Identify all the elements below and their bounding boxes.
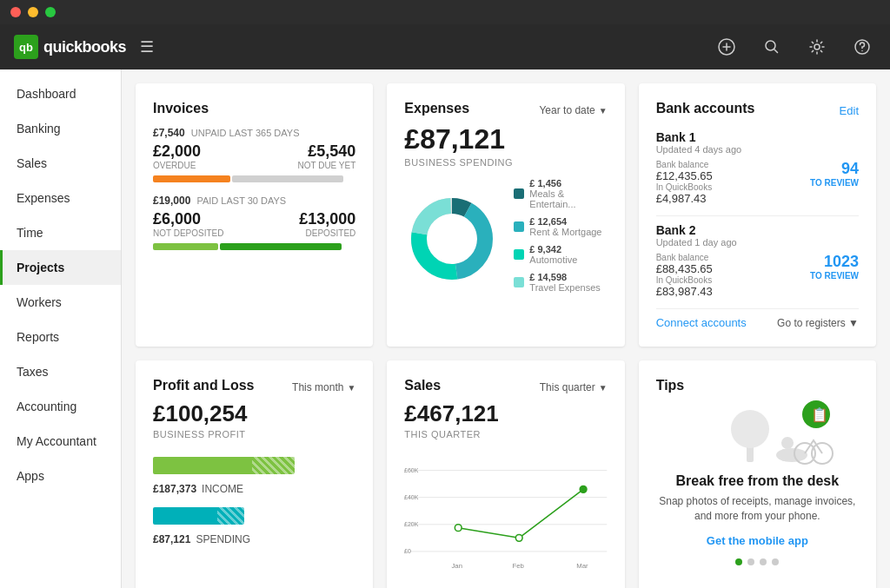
tips-illustration: 📋 — [656, 397, 859, 466]
expenses-card: Expenses Year to date ▼ £87,121 BUSINESS… — [387, 83, 624, 347]
pnl-header: Profit and Loss This month ▼ — [153, 378, 355, 397]
svg-text:Feb: Feb — [513, 562, 524, 570]
sidebar-item-taxes[interactable]: Taxes — [0, 354, 121, 389]
sidebar-item-workers[interactable]: Workers — [0, 285, 121, 320]
income-bar-row — [153, 457, 355, 474]
sidebar-item-time[interactable]: Time — [0, 215, 121, 250]
deposited-bar — [220, 243, 342, 250]
svg-point-22 — [516, 534, 523, 541]
bank1-balance-col: Bank balance £12,435.65 In QuickBooks £4… — [656, 160, 713, 205]
legend-color-auto — [514, 249, 524, 260]
sales-period-selector[interactable]: This quarter ▼ — [540, 381, 608, 393]
logo-icon: qb — [14, 35, 38, 59]
expenses-donut — [404, 191, 500, 287]
sidebar-item-accounting[interactable]: Accounting — [0, 389, 121, 424]
notdeposited-bar — [153, 243, 218, 250]
pnl-title: Profit and Loss — [153, 378, 254, 393]
invoices-card: Invoices £7,540 UNPAID LAST 365 DAYS £2,… — [136, 83, 373, 347]
sidebar: Dashboard Banking Sales Expenses Time Pr… — [0, 69, 122, 588]
bank1-name: Bank 1 — [656, 130, 859, 144]
add-icon[interactable] — [713, 33, 741, 61]
overdue-label: OVERDUE — [153, 161, 201, 170]
sales-chart: £60K £40K £20K £0 Jan Feb Mar — [404, 448, 607, 587]
maximize-button[interactable] — [45, 7, 56, 17]
connect-accounts-link[interactable]: Connect accounts — [656, 316, 747, 329]
chevron-down-icon: ▼ — [599, 383, 608, 393]
hamburger-icon[interactable]: ☰ — [140, 37, 154, 56]
unpaid-label: £7,540 UNPAID LAST 365 DAYS — [153, 127, 355, 139]
overdue-amount: £2,000 — [153, 142, 201, 161]
bank-footer: Connect accounts Go to registers ▼ — [656, 316, 859, 329]
sales-card: Sales This quarter ▼ £467,121 THIS QUART… — [387, 360, 624, 588]
svg-point-23 — [581, 486, 588, 492]
invoices-title: Invoices — [153, 101, 355, 116]
sidebar-item-sales[interactable]: Sales — [0, 146, 121, 181]
income-bar — [153, 457, 295, 474]
sales-amount: £467,121 — [404, 400, 607, 427]
close-button[interactable] — [10, 7, 21, 17]
dot-4 — [772, 558, 779, 565]
help-icon[interactable] — [848, 33, 876, 61]
expenses-period-selector[interactable]: Year to date ▼ — [539, 104, 607, 116]
pnl-period-selector[interactable]: This month ▼ — [292, 381, 355, 393]
expenses-title: Expenses — [404, 101, 469, 116]
svg-text:£60K: £60K — [404, 467, 419, 473]
go-registers-link[interactable]: Go to registers ▼ — [777, 317, 859, 329]
bank1-section: Bank 1 Updated 4 days ago Bank balance £… — [656, 130, 859, 205]
legend-item-auto: £ 9,342 Automotive — [514, 244, 607, 265]
sales-subtitle: THIS QUARTER — [404, 429, 607, 439]
legend-color-travel — [514, 277, 524, 287]
nav-left: qb quickbooks ☰ — [14, 35, 154, 59]
minimize-button[interactable] — [28, 7, 38, 17]
deposited-amount: £13,000 — [299, 210, 355, 228]
spending-bar-stripe — [217, 507, 244, 525]
sidebar-item-dashboard[interactable]: Dashboard — [0, 76, 121, 111]
svg-text:£40K: £40K — [404, 494, 419, 500]
svg-point-6 — [861, 50, 863, 52]
svg-point-21 — [455, 525, 462, 532]
bank-divider2 — [656, 308, 859, 309]
sidebar-item-expenses[interactable]: Expenses — [0, 181, 121, 215]
bank1-balances: Bank balance £12,435.65 In QuickBooks £4… — [656, 160, 859, 205]
spending-bar-row — [153, 507, 355, 525]
sales-title: Sales — [404, 378, 441, 393]
legend-color-rent — [514, 221, 524, 232]
bank-title: Bank accounts — [656, 101, 755, 116]
sidebar-item-myaccountant[interactable]: My Accountant — [0, 424, 121, 459]
bank2-review-col: 1023 TO REVIEW — [810, 253, 859, 281]
spending-label-row: £87,121 SPENDING — [153, 533, 355, 545]
logo: qb quickbooks — [14, 35, 126, 59]
svg-point-3 — [766, 41, 775, 50]
sidebar-item-reports[interactable]: Reports — [0, 320, 121, 354]
search-icon[interactable] — [758, 33, 786, 61]
bank2-name: Bank 2 — [656, 223, 859, 237]
sidebar-item-banking[interactable]: Banking — [0, 111, 121, 146]
expenses-amount: £87,121 — [404, 123, 607, 155]
bank2-review-count: 1023 — [810, 253, 859, 271]
gear-icon[interactable] — [803, 33, 831, 61]
bank2-section: Bank 2 Updated 1 day ago Bank balance £8… — [656, 223, 859, 298]
bank1-review-label: TO REVIEW — [810, 178, 859, 188]
bank-header: Bank accounts Edit — [656, 101, 859, 120]
bank2-balance-col: Bank balance £88,435.65 In QuickBooks £8… — [656, 253, 713, 298]
sidebar-item-apps[interactable]: Apps — [0, 459, 121, 493]
edit-bank-link[interactable]: Edit — [840, 104, 859, 117]
nav-right — [713, 33, 876, 61]
bank2-review-label: TO REVIEW — [810, 271, 859, 281]
svg-point-30 — [781, 437, 794, 449]
svg-text:Jan: Jan — [452, 562, 463, 570]
svg-text:Mar: Mar — [577, 562, 589, 570]
sidebar-item-projects[interactable]: Projects — [0, 250, 121, 285]
svg-point-12 — [428, 215, 475, 262]
tips-dots — [656, 558, 859, 565]
bank1-review-col: 94 TO REVIEW — [810, 160, 859, 188]
legend-color-meals — [514, 188, 524, 199]
sales-header: Sales This quarter ▼ — [404, 378, 607, 397]
get-mobile-app-link[interactable]: Get the mobile app — [707, 534, 808, 547]
app-body: Dashboard Banking Sales Expenses Time Pr… — [0, 69, 890, 588]
overdue-bar — [153, 175, 230, 182]
bank2-balances: Bank balance £88,435.65 In QuickBooks £8… — [656, 253, 859, 298]
bank-accounts-card: Bank accounts Edit Bank 1 Updated 4 days… — [639, 83, 876, 347]
legend-item-meals: £ 1,456 Meals & Entertain... — [514, 178, 607, 209]
spending-bar — [153, 507, 244, 525]
